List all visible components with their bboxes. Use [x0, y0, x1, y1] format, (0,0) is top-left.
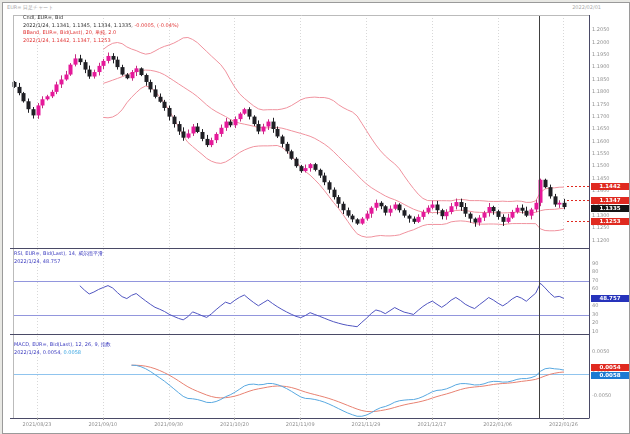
- macd-legend: MACD, EUR=, Bid(Last), 12, 26, 9, 指数 202…: [14, 341, 111, 356]
- macd-legend-values: 2022/1/24, 0.0054, 0.0058: [14, 349, 111, 357]
- legend-change: -0.0005, (-0.04%): [133, 22, 179, 28]
- bb-lower-price-label: 1.1253: [591, 218, 629, 225]
- main-chart-legend: Cndl, EUR=, Bid 2022/1/24, 1.1341, 1.134…: [23, 14, 179, 44]
- macd-signal-value-label: 0.0054: [591, 364, 629, 371]
- rsi-legend-value: 2022/1/24, 48.757: [14, 258, 103, 266]
- rsi-legend-params: RSI, EUR=, Bid(Last), 14, 威尔德平滑: [14, 250, 103, 258]
- macd-value-label: 0.0058: [591, 372, 629, 379]
- rsi-legend: RSI, EUR=, Bid(Last), 14, 威尔德平滑 2022/1/2…: [14, 250, 103, 265]
- last-price-label: 1.1335: [591, 205, 629, 212]
- legend-instrument: Cndl, EUR=, Bid: [23, 14, 179, 22]
- chart-canvas[interactable]: [3, 3, 629, 433]
- macd-legend-params: MACD, EUR=, Bid(Last), 12, 26, 9, 指数: [14, 341, 111, 349]
- bb-middle-price-label: 1.1347: [591, 197, 629, 204]
- legend-ohlc: 2022/1/24, 1.1341, 1.1345, 1.1334, 1.133…: [23, 22, 179, 30]
- legend-bband-values: 2022/1/24, 1.1442, 1.1347, 1.1253: [23, 37, 179, 45]
- bb-upper-price-label: 1.1442: [591, 183, 629, 190]
- legend-bband-params: BBand, EUR=, Bid(Last), 20, 単純, 2.0: [23, 29, 179, 37]
- rsi-value-label: 48.757: [591, 295, 629, 302]
- chart-window: EUR= 日足チャート 2022/02/01 Cndl, EUR=, Bid 2…: [2, 2, 630, 434]
